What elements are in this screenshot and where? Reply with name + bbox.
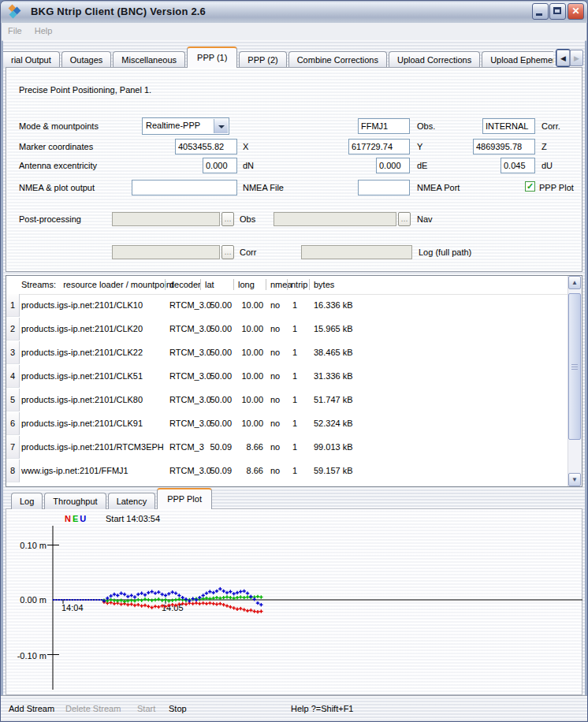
start-button[interactable]: Start: [137, 704, 155, 713]
cell-long: 10.00: [233, 419, 263, 428]
antenna-dn-field[interactable]: [203, 158, 237, 173]
bottom-tab-ppp-plot[interactable]: PPP Plot: [157, 488, 212, 509]
cell-nmea: no: [270, 371, 289, 381]
cell-mountpoint: products.igs-ip.net:2101/CLK20: [21, 324, 163, 333]
nmea-file-field[interactable]: [132, 180, 237, 195]
stop-button[interactable]: Stop: [169, 704, 187, 713]
cell-nmea: no: [270, 466, 289, 475]
obs-label: Obs.: [417, 121, 435, 131]
cell-nmea: no: [270, 348, 289, 357]
scroll-up-icon[interactable]: ▲: [568, 276, 581, 289]
cell-ntrip: 1: [292, 324, 303, 333]
row-number: 6: [6, 412, 20, 435]
cell-ntrip: 1: [292, 419, 303, 428]
add-stream-button[interactable]: Add Stream: [9, 704, 54, 713]
tab-miscellaneous[interactable]: Miscellaneous: [113, 51, 185, 68]
menubar: FileHelp: [2, 23, 586, 41]
table-row[interactable]: 2products.igs-ip.net:2101/CLK20RTCM_3.05…: [6, 318, 568, 341]
header-bytes: bytes: [314, 280, 334, 289]
maximize-button[interactable]: [549, 3, 566, 20]
mode-combobox[interactable]: Realtime-PPP: [142, 117, 229, 135]
tab-rial-output[interactable]: rial Output: [3, 51, 60, 68]
chevron-down-icon: [218, 125, 225, 128]
row-number: 4: [6, 365, 20, 388]
header-decoder: decoder: [169, 280, 201, 289]
check-icon: ✓: [527, 181, 534, 191]
nmea-row-label: NMEA & plot output: [19, 183, 95, 192]
antenna-de-field[interactable]: [376, 158, 410, 173]
table-row[interactable]: 7products.igs-ip.net:2101/RTCM3EPHRTCM_3…: [6, 436, 568, 460]
tab-scroll-left-icon[interactable]: ◀: [556, 50, 570, 66]
cell-lat: 50.00: [200, 395, 232, 404]
post-nav-label: Nav: [417, 214, 433, 224]
marker-row-label: Marker coordinates: [19, 142, 93, 151]
tab-scroll-right-icon[interactable]: ▶: [570, 50, 583, 66]
post-obs-browse-button[interactable]: ...: [221, 212, 234, 226]
ppp-plot-canvas: [6, 509, 588, 694]
marker-y-label: Y: [417, 142, 422, 151]
app-window: BKG Ntrip Client (BNC) Version 2.6 ✕ Fil…: [0, 0, 588, 722]
cell-long: 8.66: [233, 466, 263, 475]
nmea-port-field[interactable]: [358, 180, 410, 195]
bottom-tab-latency[interactable]: Latency: [108, 493, 156, 509]
ppp-plot-panel: NEU Start 14:03:54 0.10 m 0.00 m -0.10 m…: [6, 508, 582, 695]
close-button[interactable]: ✕: [568, 3, 584, 20]
cell-bytes: 99.013 kB: [314, 442, 369, 452]
post-obs-field: [112, 212, 220, 226]
post-nav-browse-button[interactable]: ...: [398, 212, 411, 226]
top-tabbar: rial OutputOutagesMiscellaneousPPP (1)PP…: [3, 45, 553, 68]
cell-lat: 50.00: [200, 300, 232, 310]
marker-x-field[interactable]: [175, 139, 237, 154]
menu-file[interactable]: File: [2, 23, 28, 35]
cell-bytes: 59.157 kB: [314, 466, 369, 475]
cell-ntrip: 1: [292, 466, 303, 475]
antenna-dn-label: dN: [243, 161, 254, 170]
cell-long: 10.00: [233, 324, 263, 333]
table-row[interactable]: 8www.igs-ip.net:2101/FFMJ1RTCM_3.050.098…: [6, 460, 568, 483]
tab-upload-corrections[interactable]: Upload Corrections: [389, 51, 480, 68]
post-corr-browse-button[interactable]: ...: [221, 245, 234, 259]
combobox-dropdown-button[interactable]: [214, 119, 228, 133]
corr-label: Corr.: [541, 121, 560, 131]
cell-ntrip: 1: [292, 371, 303, 381]
close-icon: ✕: [571, 6, 579, 17]
menu-help[interactable]: Help: [28, 23, 59, 35]
scroll-down-icon[interactable]: ▼: [568, 473, 581, 486]
corr-mountpoint-field[interactable]: [482, 118, 535, 134]
table-row[interactable]: 5products.igs-ip.net:2101/CLK80RTCM_3.05…: [6, 389, 568, 412]
cell-mountpoint: products.igs-ip.net:2101/CLK22: [21, 348, 163, 357]
tab-upload-ephemeris[interactable]: Upload Ephemeris: [482, 51, 553, 68]
table-vertical-scrollbar[interactable]: ▲ ▼: [568, 276, 582, 486]
tab-ppp-2[interactable]: PPP (2): [239, 51, 286, 68]
tab-ppp-1[interactable]: PPP (1): [187, 47, 237, 68]
cell-mountpoint: products.igs-ip.net:2101/CLK51: [21, 371, 163, 381]
delete-stream-button[interactable]: Delete Stream: [65, 704, 121, 713]
cell-long: 10.00: [233, 348, 263, 357]
table-row[interactable]: 6products.igs-ip.net:2101/CLK91RTCM_3.05…: [6, 412, 568, 436]
post-corr-field: [112, 245, 220, 259]
marker-z-field[interactable]: [473, 139, 535, 154]
row-number: 7: [6, 436, 20, 459]
bottom-tabbar: LogThroughputLatencyPPP Plot: [11, 489, 214, 509]
ppp-plot-checkbox[interactable]: ✓: [525, 181, 535, 192]
marker-y-field[interactable]: [348, 139, 410, 154]
minimize-icon: [536, 13, 542, 16]
tab-scroll-arrows: ◀▶: [556, 50, 583, 66]
scrollbar-thumb[interactable]: [568, 293, 581, 440]
table-row[interactable]: 3products.igs-ip.net:2101/CLK22RTCM_3.05…: [6, 341, 568, 365]
row-number: 2: [6, 318, 20, 341]
minimize-button[interactable]: [532, 3, 549, 20]
table-row[interactable]: 1products.igs-ip.net:2101/CLK10RTCM_3.05…: [6, 294, 568, 318]
bottom-tab-log[interactable]: Log: [11, 493, 43, 509]
bottom-tab-throughput[interactable]: Throughput: [44, 493, 106, 509]
tab-outages[interactable]: Outages: [61, 51, 112, 68]
window-title: BKG Ntrip Client (BNC) Version 2.6: [31, 6, 206, 17]
antenna-row-label: Antenna excentricity: [19, 161, 97, 170]
table-row[interactable]: 4products.igs-ip.net:2101/CLK51RTCM_3.05…: [6, 365, 568, 389]
marker-z-label: Z: [541, 142, 547, 151]
obs-mountpoint-field[interactable]: [358, 118, 410, 134]
tab-combine-corrections[interactable]: Combine Corrections: [288, 51, 387, 68]
titlebar[interactable]: BKG Ntrip Client (BNC) Version 2.6 ✕: [1, 1, 587, 23]
cell-mountpoint: products.igs-ip.net:2101/CLK10: [21, 300, 163, 310]
antenna-du-field[interactable]: [501, 158, 535, 173]
